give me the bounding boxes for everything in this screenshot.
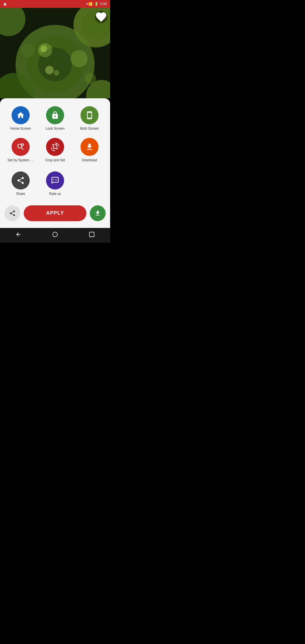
- apply-button[interactable]: APPLY: [24, 205, 86, 221]
- svg-point-14: [21, 43, 35, 57]
- set-by-system-label: Set by System …: [8, 158, 34, 163]
- status-bar-right: ✕📶 🔋 5:06: [86, 2, 107, 6]
- rate-us-label: Rate us: [49, 192, 61, 196]
- bottom-download-button[interactable]: [90, 205, 106, 221]
- svg-point-13: [71, 50, 88, 67]
- bottom-sheet: Home Screen Lock Screen Both Screen: [0, 98, 110, 228]
- lock-screen-icon: [46, 106, 64, 124]
- signal-icon: ✕📶: [86, 2, 93, 6]
- download-icon: [80, 138, 99, 156]
- home-nav-button[interactable]: [46, 229, 64, 241]
- both-screen-icon: [80, 106, 99, 124]
- lock-screen-label: Lock Screen: [46, 127, 65, 131]
- lock-screen-option[interactable]: Lock Screen: [39, 104, 71, 133]
- svg-rect-18: [90, 232, 94, 237]
- bottom-share-button[interactable]: [5, 205, 20, 221]
- home-screen-option[interactable]: Home Screen: [5, 104, 37, 133]
- bottom-action-bar: APPLY: [5, 203, 106, 223]
- crop-and-set-option[interactable]: Crop and Set: [39, 136, 71, 165]
- status-icon: ▣: [3, 2, 6, 6]
- options-row-2: Set by System … Crop and Set Download: [5, 136, 106, 165]
- set-by-system-option[interactable]: Set by System …: [5, 136, 37, 165]
- favorite-button[interactable]: [95, 11, 107, 23]
- wallpaper-preview: [0, 8, 110, 98]
- home-screen-icon: [12, 106, 30, 124]
- rate-us-option[interactable]: Rate us: [39, 169, 71, 199]
- svg-point-5: [40, 45, 47, 52]
- crop-and-set-label: Crop and Set: [45, 158, 65, 163]
- svg-point-6: [45, 66, 54, 74]
- battery-icon: 🔋: [94, 2, 99, 6]
- home-screen-label: Home Screen: [10, 127, 31, 131]
- both-screen-option[interactable]: Both Screen: [73, 104, 106, 133]
- time-display: 5:06: [100, 2, 107, 6]
- navigation-bar: [0, 228, 110, 243]
- download-option[interactable]: Download: [73, 136, 106, 165]
- svg-point-7: [54, 70, 59, 76]
- both-screen-label: Both Screen: [80, 127, 99, 131]
- back-button[interactable]: [10, 229, 27, 241]
- recents-button[interactable]: [83, 229, 101, 241]
- svg-point-17: [53, 232, 58, 237]
- share-icon: [12, 171, 30, 190]
- share-label: Share: [16, 192, 25, 196]
- download-label: Download: [82, 158, 97, 163]
- status-bar: ▣ ✕📶 🔋 5:06: [0, 0, 110, 8]
- share-option[interactable]: Share: [5, 169, 37, 199]
- status-bar-left: ▣: [3, 2, 6, 6]
- options-row-1: Home Screen Lock Screen Both Screen: [5, 104, 106, 133]
- svg-point-15: [85, 73, 96, 84]
- set-by-system-icon: [12, 138, 30, 156]
- rate-us-icon: [46, 171, 64, 190]
- options-row-3: Share Rate us: [5, 169, 106, 199]
- empty-slot: [73, 169, 106, 199]
- crop-and-set-icon: [46, 138, 64, 156]
